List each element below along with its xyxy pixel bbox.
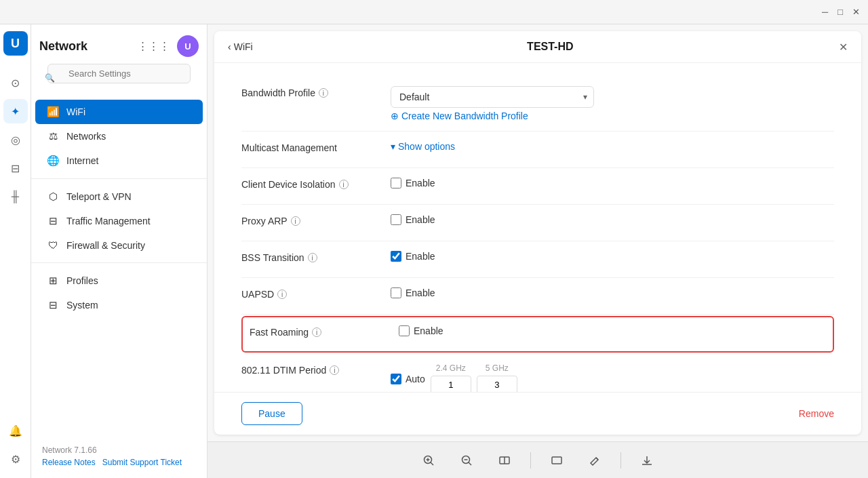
pause-button[interactable]: Pause [241,402,302,425]
remove-button[interactable]: Remove [799,408,834,419]
sidebar-item-networks-label: Networks [66,131,106,142]
sidebar-item-wifi-label: WiFi [66,106,85,117]
fit-button[interactable] [492,448,517,473]
download-button[interactable] [635,448,659,473]
search-input[interactable] [47,64,191,83]
dtim-auto-checkbox-label[interactable]: Auto [391,374,425,384]
dtim-5ghz-input[interactable] [477,376,517,392]
fast-roaming-checkbox-label[interactable]: Enable [399,325,443,336]
bss-transition-info-icon[interactable]: i [308,253,317,262]
avatar[interactable]: U [177,35,199,57]
fast-roaming-info-icon[interactable]: i [312,327,321,337]
client-device-isolation-row: Client Device Isolation i Enable [241,168,834,205]
dtim-24ghz-input[interactable] [431,376,471,392]
dtim-period-info-icon[interactable]: i [330,365,339,375]
proxy-arp-checkbox-label[interactable]: Enable [391,214,435,225]
wifi-icon: 📶 [46,106,60,118]
sidebar-item-firewall[interactable]: 🛡 Firewall & Security [35,233,203,257]
sidebar-item-system-label: System [66,300,98,311]
bandwidth-profile-select[interactable]: Default [391,86,594,108]
dtim-auto-checkbox[interactable] [391,374,401,384]
support-ticket-link[interactable]: Submit Support Ticket [102,458,182,467]
chevron-down-icon: ▾ [391,141,395,152]
dtim-24ghz-label: 2.4 GHz [436,363,466,373]
client-device-isolation-enable-text: Enable [406,178,435,188]
sidebar-item-profiles[interactable]: ⊞ Profiles [35,268,203,293]
bss-transition-checkbox[interactable] [391,251,401,262]
app-title: Network [39,39,87,54]
bss-transition-checkbox-label[interactable]: Enable [391,251,435,262]
proxy-arp-label: Proxy ARP [241,216,288,226]
brand-icon[interactable]: U [3,31,28,56]
multicast-management-row: Multicast Management ▾ Show options [241,132,834,168]
grid-dots-icon[interactable]: ⋮⋮⋮ [138,40,170,52]
uapsd-info-icon[interactable]: i [277,290,287,299]
proxy-arp-enable-text: Enable [406,214,435,225]
sidebar-item-traffic-label: Traffic Management [66,216,151,226]
traffic-icon: ⊟ [46,215,60,227]
uapsd-checkbox[interactable] [391,287,401,298]
client-device-isolation-label: Client Device Isolation [241,179,336,190]
profiles-icon: ⊞ [46,275,60,287]
client-device-isolation-checkbox[interactable] [391,178,401,188]
release-notes-link[interactable]: Release Notes [42,458,96,467]
sidebar-item-teleport-label: Teleport & VPN [66,191,132,202]
bss-transition-row: BSS Transition i Enable [241,241,834,278]
internet-icon: 🌐 [46,155,60,167]
panel-back-label: WiFi [234,41,253,52]
bandwidth-profile-info-icon[interactable]: i [319,88,328,98]
svg-line-5 [469,462,471,465]
proxy-arp-checkbox[interactable] [391,214,401,225]
rail-alert-icon[interactable]: 🔔 [3,418,28,443]
rail-settings-icon[interactable]: ⚙ [3,447,28,471]
plus-icon: ⊕ [391,111,399,121]
rail-nodes-icon[interactable]: ✦ [3,99,28,123]
uapsd-checkbox-label[interactable]: Enable [391,287,435,298]
sidebar-item-networks[interactable]: ⚖ Networks [35,124,203,148]
bandwidth-profile-label: Bandwidth Profile [241,87,315,98]
dtim-5ghz-label: 5 GHz [486,363,509,373]
fast-roaming-row: Fast Roaming i Enable [241,316,834,353]
dtim-period-label: 802.11 DTIM Period [241,365,326,376]
zoom-in-button[interactable] [416,448,441,473]
fast-roaming-checkbox[interactable] [399,325,410,336]
version-label: Network 7.1.66 [42,445,196,455]
sidebar-item-traffic[interactable]: ⊟ Traffic Management [35,209,203,233]
client-device-isolation-checkbox-label[interactable]: Enable [391,178,435,188]
svg-line-1 [431,462,433,465]
minimize-button[interactable]: ─ [822,7,828,17]
bss-transition-label: BSS Transition [241,252,304,263]
proxy-arp-row: Proxy ARP i Enable [241,205,834,241]
maximize-button[interactable]: □ [837,7,843,17]
panel-close-button[interactable]: ✕ [839,41,848,54]
dtim-period-row: 802.11 DTIM Period i Auto 2.4 GHz [241,354,834,392]
networks-icon: ⚖ [46,130,60,142]
toolbar-separator-2 [620,452,621,469]
zoom-out-button[interactable] [454,448,479,473]
system-icon: ⊟ [46,299,60,311]
panel-back-button[interactable]: ‹ WiFi [228,41,253,52]
edit-button[interactable] [583,448,607,473]
uapsd-row: UAPSD i Enable [241,278,834,315]
show-options-link[interactable]: ▾ Show options [391,141,455,152]
rail-home-icon[interactable]: ⊙ [3,71,28,95]
rail-target-icon[interactable]: ◎ [3,127,28,152]
proxy-arp-info-icon[interactable]: i [291,216,300,226]
sidebar-divider-1 [31,178,207,179]
create-bandwidth-profile-link[interactable]: ⊕ Create New Bandwidth Profile [391,111,528,121]
search-wrapper: 🔍 [39,64,199,92]
rail-chart-icon[interactable]: ╫ [3,184,28,209]
sidebar-item-teleport[interactable]: ⬡ Teleport & VPN [35,184,203,209]
frame-button[interactable] [545,448,569,473]
sidebar-item-wifi[interactable]: 📶 WiFi [35,100,203,124]
bandwidth-profile-select-wrapper: Default ▾ [391,86,594,108]
sidebar-item-internet-label: Internet [66,155,98,166]
sidebar-item-system[interactable]: ⊟ System [35,293,203,317]
rail-table-icon[interactable]: ⊟ [3,156,28,180]
client-device-isolation-info-icon[interactable]: i [339,180,349,189]
back-chevron-icon: ‹ [228,41,231,52]
panel-title: TEST-HD [253,41,848,53]
sidebar-item-internet[interactable]: 🌐 Internet [35,148,203,173]
sidebar-item-profiles-label: Profiles [66,275,98,286]
window-close-button[interactable]: ✕ [852,7,860,17]
